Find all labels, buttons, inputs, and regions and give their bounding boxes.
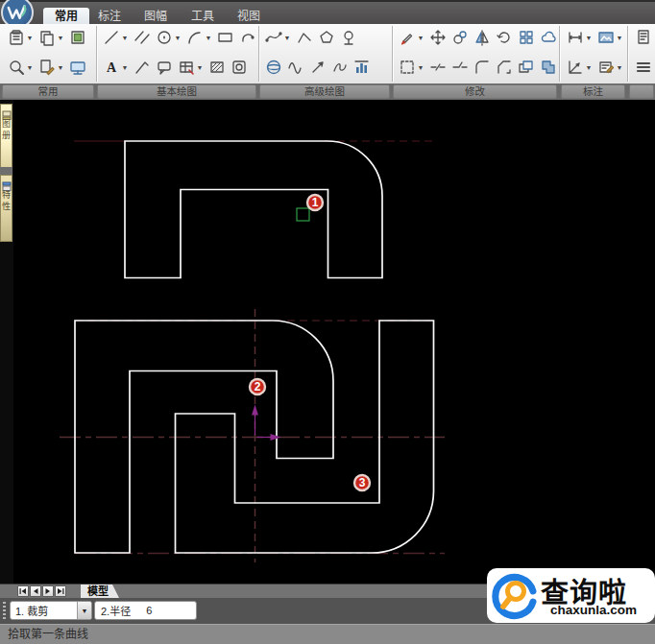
stack-icon [518, 59, 535, 76]
button-cloud[interactable] [539, 25, 558, 50]
polyline2-icon [296, 29, 313, 46]
dropdown-arrow-icon[interactable]: ▼ [417, 35, 425, 41]
button-bars[interactable] [352, 55, 372, 80]
next-page-button[interactable] [42, 585, 54, 597]
text-icon: A [103, 59, 120, 76]
fillet-icon [473, 59, 491, 76]
dropdown-arrow-icon[interactable]: ▼ [616, 64, 623, 71]
dropdown-arrow-icon[interactable]: ▼ [196, 64, 204, 71]
dimimg-icon [597, 29, 615, 46]
toolbar-grip[interactable] [3, 602, 6, 620]
drawing-canvas[interactable]: 123 [0, 100, 655, 584]
button-paste[interactable]: ▼ [7, 25, 35, 50]
button-bubble[interactable] [155, 55, 174, 80]
button-insert[interactable]: ▼ [37, 55, 65, 80]
button-scribble[interactable] [330, 55, 350, 80]
button-ole[interactable] [68, 25, 87, 50]
dropdown-arrow-icon[interactable]: ▼ [57, 35, 64, 41]
step-marker-3: 3 [354, 475, 370, 490]
last-page-button[interactable] [55, 585, 66, 597]
combo-dropdown-button[interactable]: ▼ [77, 602, 91, 619]
cloud-icon [540, 29, 557, 46]
panel-tab-library[interactable]: 图册 [0, 104, 12, 169]
datum-icon [340, 29, 357, 46]
prev-page-button[interactable] [30, 585, 41, 597]
button-curve[interactable] [238, 25, 257, 50]
button-doc[interactable] [634, 25, 653, 50]
move-icon [429, 29, 447, 46]
button-equals[interactable] [634, 55, 653, 80]
button-datum[interactable] [339, 25, 358, 50]
button-text[interactable]: A▼ [102, 55, 130, 80]
button-dimaxis[interactable]: ▼ [566, 55, 594, 80]
button-hatch[interactable] [207, 55, 227, 80]
button-stamp[interactable] [230, 55, 249, 80]
button-fillet[interactable] [473, 55, 492, 80]
ribbon-tab-bar: 常用 标注 图幅 工具 视图 [0, 0, 655, 24]
group-label-3: 高级绘图 [259, 84, 390, 99]
arrowpen-icon [309, 59, 327, 76]
button-arrowpen[interactable] [308, 55, 328, 80]
sine-icon [287, 59, 304, 76]
dropdown-arrow-icon[interactable]: ▼ [417, 64, 425, 71]
dimedit-icon [597, 59, 615, 76]
button-dimedit[interactable]: ▼ [596, 55, 624, 80]
button-rectline[interactable] [216, 25, 235, 50]
button-pline[interactable] [133, 55, 152, 80]
trim-mode-combo[interactable]: 1. 裁剪 ▼ [10, 601, 92, 620]
button-move[interactable] [428, 25, 448, 50]
dropdown-arrow-icon[interactable]: ▼ [26, 35, 34, 41]
dropdown-arrow-icon[interactable]: ▼ [174, 35, 182, 41]
button-select[interactable]: ▼ [398, 55, 425, 80]
dropdown-arrow-icon[interactable]: ▼ [205, 35, 212, 41]
display-icon [69, 59, 86, 76]
dropdown-arrow-icon[interactable]: ▼ [585, 35, 593, 41]
equals-icon [635, 59, 652, 76]
button-polyline2[interactable] [295, 25, 314, 50]
button-spline[interactable]: ▼ [264, 25, 292, 50]
watermark-logo-icon [491, 572, 539, 620]
dropdown-arrow-icon[interactable]: ▼ [121, 35, 129, 41]
dropdown-arrow-icon[interactable]: ▼ [121, 64, 129, 71]
bars-icon [353, 59, 371, 76]
button-mirror[interactable] [473, 25, 492, 50]
button-dimlin[interactable]: ▼ [566, 25, 594, 50]
spin-icon [496, 29, 513, 46]
dropdown-arrow-icon[interactable]: ▼ [26, 64, 34, 71]
panel-tab-properties[interactable]: 特性 [0, 175, 12, 242]
button-display[interactable] [68, 55, 87, 80]
button-pentagon[interactable] [317, 25, 336, 50]
button-sphere[interactable] [264, 55, 283, 80]
button-rotate[interactable] [450, 25, 470, 50]
button-break1[interactable] [428, 55, 448, 80]
button-erase[interactable]: ▼ [398, 25, 425, 50]
dropdown-arrow-icon[interactable]: ▼ [616, 35, 623, 41]
button-copy[interactable]: ▼ [37, 25, 65, 50]
ribbon-group-1: ▼▼▼▼ [2, 24, 95, 83]
svg-text:3: 3 [359, 476, 366, 489]
dropdown-arrow-icon[interactable]: ▼ [283, 35, 291, 41]
button-array[interactable] [517, 25, 536, 50]
button-arc[interactable]: ▼ [185, 25, 213, 50]
button-chamfer[interactable] [495, 55, 514, 80]
button-spin[interactable] [495, 25, 514, 50]
button-sine[interactable] [286, 55, 305, 80]
button-stack[interactable] [517, 55, 536, 80]
button-union[interactable] [539, 55, 558, 80]
radius-field[interactable]: 2.半径 6 [94, 601, 197, 620]
button-circle[interactable]: ▼ [155, 25, 182, 50]
dimlin-icon [567, 29, 584, 46]
dropdown-arrow-icon[interactable]: ▼ [585, 64, 593, 71]
model-tab[interactable]: 模型 [81, 584, 119, 598]
dropdown-arrow-icon[interactable]: ▼ [57, 64, 64, 71]
button-break2[interactable] [450, 55, 470, 80]
button-dimimg[interactable]: ▼ [596, 25, 624, 50]
button-line[interactable]: ▼ [102, 25, 130, 50]
status-text: 拾取第一条曲线 [8, 628, 88, 641]
button-parallel[interactable] [133, 25, 152, 50]
button-zoom[interactable]: ▼ [7, 55, 35, 80]
first-page-button[interactable] [17, 585, 29, 597]
ribbon-group-6 [629, 24, 655, 83]
bracket-top[interactable] [125, 141, 382, 278]
button-table[interactable]: ▼ [177, 55, 205, 80]
